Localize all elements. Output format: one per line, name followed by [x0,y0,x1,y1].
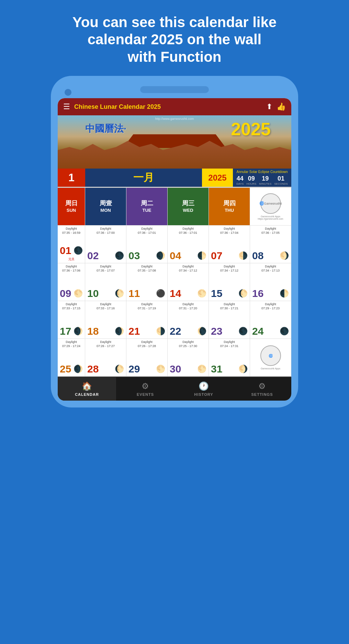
cell-jan-15[interactable]: Daylight07:34 - 17:12 15 🌔 [209,263,250,301]
phone-camera [65,89,71,96]
cell-jan-25[interactable]: Daylight07:29 - 17:24 25 🌒 [58,339,85,377]
nav-settings[interactable]: ⚙ SETTINGS [233,377,291,401]
cell-jan-31[interactable]: Daylight07:24 - 17:31 31 🌖 [209,339,250,377]
eclipse-minutes: 19 MINUTES [259,175,271,185]
cell-jan-01[interactable]: Daylight07:35 - 16:59 01 🌑 元旦 [58,226,85,263]
month-header: 1 一月 2025 Annular Solar Eclipse Countdow… [58,169,291,187]
cell-jan-07[interactable]: Daylight07:36 - 17:04 07 🌗 [209,226,250,263]
app-title: Chinese Lunar Calendar 2025 [74,103,262,111]
cell-jan-29[interactable]: Daylight07:26 - 17:28 29 🌕 [126,339,168,377]
cell-jan-03[interactable]: Daylight07:36 - 17:01 03 🌒 [126,226,168,263]
nav-calendar[interactable]: 🏠 CALENDAR [58,377,116,401]
cell-jan-28[interactable]: Daylight07:26 - 17:27 28 🌔 [85,339,126,377]
month-day-number: 1 [58,169,85,187]
banner-url: http://www.gamesrushti.com [155,117,194,120]
day-header-sun: 周日 SUN [58,188,85,226]
calendar-nav-icon: 🏠 [82,381,92,391]
menu-icon[interactable]: ☰ [63,102,70,111]
eclipse-countdown: Annular Solar Eclipse Countdown 44 DAYS … [233,169,291,187]
eclipse-numbers: 44 DAYS 09 HOURS 19 MINUTES 01 SECONDS [236,175,288,185]
app-logo-2: 🌀 [260,345,281,366]
cell-jan-09[interactable]: Daylight07:36 - 17:06 09 🌕 [58,263,85,301]
hero-section: You can see this calendar like calendar … [52,0,297,76]
cell-jan-04[interactable]: Daylight07:36 - 17:01 04 🌓 [168,226,209,263]
hero-text: You can see this calendar like calendar … [52,0,297,76]
share-icon[interactable]: ⬆ [266,102,272,111]
month-year: 2025 [202,169,233,187]
phone-notch [140,86,209,93]
cell-jan-18[interactable]: Daylight07:33 - 17:16 18 🌒 [85,301,126,339]
day-header-mon: 周壹 MON [85,188,126,226]
cell-jan-11[interactable]: Daylight07:35 - 17:08 11 ⚫ [126,263,168,301]
cell-jan-21[interactable]: Daylight07:31 - 17:19 21 🌗 [126,301,168,339]
history-nav-icon: 🕐 [199,381,209,391]
banner-image: http://www.gamesrushti.com 中國曆法· 2025 [58,115,291,169]
events-nav-label: EVENTS [137,392,154,396]
cell-jan-22[interactable]: Daylight07:31 - 17:20 22 🌘 [168,301,209,339]
app-header: ☰ Chinese Lunar Calendar 2025 ⬆ 👍 [58,98,291,115]
eclipse-title: Annular Solar Eclipse Countdown [237,170,288,174]
app-logo: 🌀Gamesrushti [260,193,281,214]
day-header-thu: 周四 THU [209,188,250,226]
cell-jan-14[interactable]: Daylight07:34 - 17:12 14 🌕 [168,263,209,301]
cell-jan-16[interactable]: Daylight07:34 - 17:13 16 🌓 [250,263,291,301]
calendar-nav-label: CALENDAR [75,392,99,396]
logo-cell-2: 🌀 Gamesrushti Apps [250,339,291,377]
cell-jan-08[interactable]: Daylight07:36 - 17:05 08 🌖 [250,226,291,263]
history-nav-label: HISTORY [194,392,213,396]
nav-history[interactable]: 🕐 HISTORY [174,377,233,401]
cell-jan-02[interactable]: Daylight07:36 - 17:00 02 🌑 [85,226,126,263]
eclipse-hours: 09 HOURS [246,175,256,185]
calendar-main: 周日 SUN 周壹 MON 周二 TUE 周三 WED 周四 THU 🌀Game… [58,187,291,377]
eclipse-seconds: 01 SECONDS [274,175,288,185]
banner-year: 2025 [231,119,271,139]
settings-nav-label: SETTINGS [251,392,273,396]
day-header-wed: 周三 WED [168,188,209,226]
bottom-navigation: 🏠 CALENDAR ⚙ EVENTS 🕐 HISTORY ⚙ SETTINGS [58,377,291,401]
events-nav-icon: ⚙ [142,381,149,391]
day-header-tue: 周二 TUE [126,188,168,226]
month-name-cn: 一月 [85,169,202,187]
logo-cell: 🌀Gamesrushti Gamesrushti Appshttps://gam… [250,188,291,226]
cell-jan-30[interactable]: Daylight07:25 - 17:30 30 🌕 [168,339,209,377]
eclipse-days: 44 DAYS [236,175,244,185]
like-icon[interactable]: 👍 [277,102,286,111]
cell-jan-10[interactable]: Daylight07:35 - 17:07 10 🌔 [85,263,126,301]
cell-jan-23[interactable]: Daylight07:30 - 17:21 23 🌑 [209,301,250,339]
cell-jan-24[interactable]: Daylight07:29 - 17:23 24 🌑 [250,301,291,339]
banner-chinese: 中國曆法· [85,122,126,135]
phone-screen: ☰ Chinese Lunar Calendar 2025 ⬆ 👍 http:/… [58,98,291,401]
cell-jan-17[interactable]: Daylight07:33 - 17:15 17 🌒 [58,301,85,339]
nav-events[interactable]: ⚙ EVENTS [116,377,174,401]
settings-nav-icon: ⚙ [258,381,266,391]
phone-device: ☰ Chinese Lunar Calendar 2025 ⬆ 👍 http:/… [51,76,298,407]
